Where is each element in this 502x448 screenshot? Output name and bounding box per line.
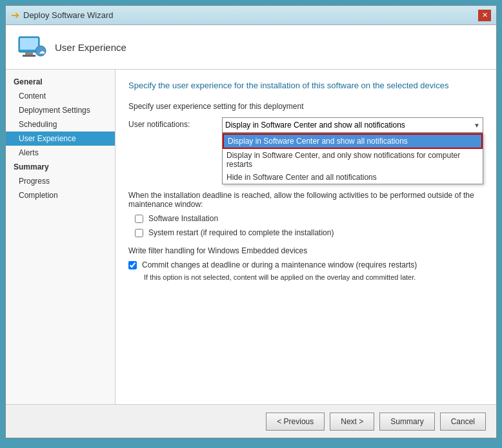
content-area: General Content Deployment Settings Sche… [6, 70, 496, 404]
dropdown-options-list[interactable]: Display in Software Center and show all … [222, 133, 483, 184]
sidebar-item-user-experience[interactable]: User Experience [6, 131, 115, 146]
previous-button[interactable]: < Previous [266, 413, 325, 431]
dropdown-selected-value: Display in Software Center and show all … [225, 121, 471, 130]
svg-text:☁: ☁ [39, 48, 45, 55]
dropdown-arrow-icon: ▼ [474, 122, 480, 129]
sidebar-item-deployment-settings[interactable]: Deployment Settings [6, 103, 115, 117]
write-filter-label: Write filter handling for Windows Embedd… [128, 246, 483, 255]
title-bar-icon: ➔ [11, 9, 19, 21]
software-install-label: Software Installation [148, 214, 218, 223]
sidebar-item-completion[interactable]: Completion [6, 188, 115, 202]
commit-changes-checkbox[interactable] [128, 261, 137, 269]
dropdown-option-2[interactable]: Display in Software Center, and only sho… [223, 149, 483, 171]
header-area: ☁ User Experience [6, 25, 496, 70]
sidebar: General Content Deployment Settings Sche… [6, 70, 115, 404]
software-install-checkbox[interactable] [135, 215, 143, 223]
system-restart-checkbox[interactable] [135, 229, 143, 237]
software-install-row: Software Installation [135, 214, 483, 223]
user-notifications-row: User notifications: Display in Software … [128, 117, 483, 133]
when-deadline-label: When the installation deadline is reache… [128, 191, 483, 209]
sidebar-item-progress[interactable]: Progress [6, 174, 115, 188]
sidebar-section-general: General [6, 75, 115, 89]
user-notifications-dropdown[interactable]: Display in Software Center and show all … [222, 117, 483, 133]
title-bar-title: Deploy Software Wizard [23, 10, 113, 20]
when-deadline-container: When the installation deadline is reache… [128, 191, 483, 237]
next-button[interactable]: Next > [330, 413, 374, 431]
dropdown-option-1[interactable]: Display in Software Center and show all … [223, 133, 483, 149]
svg-rect-1 [20, 38, 38, 50]
write-filter-section: Write filter handling for Windows Embedd… [128, 246, 483, 281]
sidebar-item-scheduling[interactable]: Scheduling [6, 117, 115, 131]
user-notifications-control: Display in Software Center and show all … [222, 117, 483, 133]
system-restart-label: System restart (if required to complete … [148, 228, 334, 237]
bottom-bar: < Previous Next > Summary Cancel [6, 404, 496, 438]
main-panel: Specify the user experience for the inst… [115, 70, 496, 404]
title-bar-left: ➔ Deploy Software Wizard [11, 9, 113, 21]
dropdown-option-3[interactable]: Hide in Software Center and all notifica… [223, 171, 483, 184]
commit-row: Commit changes at deadline or during a m… [128, 260, 483, 269]
specify-label: Specify user experience setting for this… [128, 102, 483, 111]
sidebar-section-summary: Summary [6, 160, 115, 174]
header-title: User Experience [55, 42, 126, 53]
main-window: ➔ Deploy Software Wizard ✕ ☁ User Experi… [5, 5, 497, 438]
summary-button[interactable]: Summary [379, 413, 434, 431]
commit-changes-label: Commit changes at deadline or during a m… [142, 260, 417, 269]
svg-rect-2 [25, 52, 33, 55]
title-bar: ➔ Deploy Software Wizard ✕ [6, 6, 496, 25]
close-button[interactable]: ✕ [478, 10, 491, 21]
sidebar-item-content[interactable]: Content [6, 89, 115, 103]
header-icon: ☁ [16, 32, 47, 63]
system-restart-row: System restart (if required to complete … [135, 228, 483, 237]
sidebar-item-alerts[interactable]: Alerts [6, 146, 115, 160]
user-notifications-label: User notifications: [128, 117, 222, 129]
commit-note: If this option is not selected, content … [144, 273, 483, 281]
page-heading: Specify the user experience for the inst… [128, 80, 483, 92]
svg-rect-3 [23, 55, 35, 57]
cancel-button[interactable]: Cancel [440, 413, 486, 431]
